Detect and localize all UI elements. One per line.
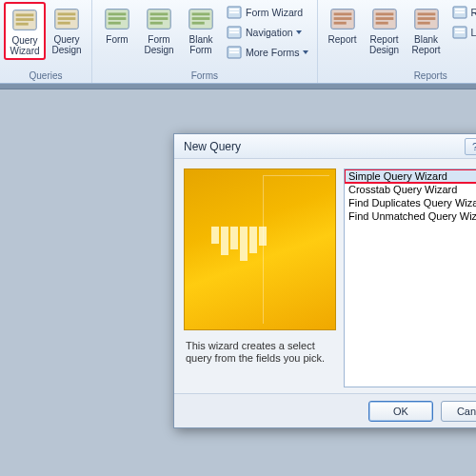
svg-rect-3 xyxy=(16,23,29,26)
svg-rect-46 xyxy=(455,31,465,33)
svg-rect-19 xyxy=(192,22,205,25)
dialog-titlebar: New Query ? ✕ xyxy=(174,134,476,159)
group-title: Forms xyxy=(96,69,313,82)
report-wizard-button[interactable]: Report Wizard xyxy=(447,2,476,22)
blank-report-button[interactable]: BlankReport xyxy=(406,2,447,58)
report-design-icon xyxy=(370,5,399,33)
svg-rect-39 xyxy=(417,17,435,20)
form-label: Form xyxy=(106,34,128,45)
navigation-label: Navigation xyxy=(246,27,293,38)
query-design-button[interactable]: QueryDesign xyxy=(46,2,88,58)
svg-rect-18 xyxy=(192,17,210,20)
report-button[interactable]: Report xyxy=(322,2,364,48)
form-design-label: FormDesign xyxy=(144,34,173,55)
svg-rect-11 xyxy=(109,22,121,25)
query-wizard-label: QueryWizard xyxy=(10,35,39,56)
svg-rect-28 xyxy=(229,51,239,53)
labels-icon xyxy=(452,25,467,40)
new-query-dialog: New Query ? ✕ This wizard creates a sele… xyxy=(173,133,476,428)
svg-rect-32 xyxy=(333,22,346,25)
report-wizard-label: Report Wizard xyxy=(471,7,476,18)
cancel-button[interactable]: Cancel xyxy=(441,401,476,422)
dropdown-caret-icon xyxy=(296,30,302,34)
form-design-icon xyxy=(145,5,173,33)
svg-rect-25 xyxy=(229,31,239,33)
svg-rect-7 xyxy=(58,22,70,25)
report-icon xyxy=(328,5,357,33)
svg-rect-15 xyxy=(150,22,163,25)
preview-column: This wizard creates a select query from … xyxy=(184,169,336,387)
svg-rect-36 xyxy=(375,22,387,25)
navigation-button[interactable]: Navigation xyxy=(222,22,313,42)
svg-rect-6 xyxy=(58,17,76,20)
svg-rect-31 xyxy=(333,17,351,20)
dialog-footer: OK Cancel xyxy=(174,393,476,427)
svg-rect-17 xyxy=(192,12,210,15)
report-design-label: ReportDesign xyxy=(369,34,399,55)
workspace-top-border xyxy=(0,84,476,89)
preview-image xyxy=(184,169,336,330)
blank-form-label: BlankForm xyxy=(188,34,212,55)
query-design-label: QueryDesign xyxy=(51,34,81,55)
form-wizard-icon xyxy=(227,5,242,20)
navigation-icon xyxy=(227,25,242,40)
more-forms-button[interactable]: More Forms xyxy=(222,42,313,62)
dialog-body: This wizard creates a select query from … xyxy=(174,159,476,393)
svg-rect-14 xyxy=(150,17,169,20)
ribbon-group-queries: QueryWizardQueryDesignQueries xyxy=(0,0,92,83)
form-wizard-label: Form Wizard xyxy=(246,7,303,18)
svg-rect-45 xyxy=(455,29,465,30)
svg-rect-43 xyxy=(455,11,465,13)
labels-button[interactable]: Labels xyxy=(447,22,476,42)
blank-report-label: BlankReport xyxy=(412,34,441,55)
report-design-button[interactable]: ReportDesign xyxy=(364,2,406,58)
blank-form-icon xyxy=(187,5,215,33)
svg-rect-5 xyxy=(58,12,76,15)
blank-form-button[interactable]: BlankForm xyxy=(180,2,222,58)
query-wizard-icon xyxy=(10,6,39,34)
wizard-list-item[interactable]: Simple Query Wizard xyxy=(345,169,476,183)
form-button[interactable]: Form xyxy=(96,2,138,48)
svg-rect-38 xyxy=(417,12,435,15)
labels-label: Labels xyxy=(471,27,476,38)
svg-rect-22 xyxy=(229,11,239,13)
group-title: Queries xyxy=(4,69,88,82)
svg-rect-27 xyxy=(229,49,239,50)
form-wizard-button[interactable]: Form Wizard xyxy=(222,2,313,22)
group-title: Reports xyxy=(322,69,476,82)
ribbon: QueryWizardQueryDesignQueriesFormFormDes… xyxy=(0,0,476,84)
svg-rect-24 xyxy=(229,29,239,30)
wizard-list[interactable]: Simple Query WizardCrosstab Query Wizard… xyxy=(344,169,476,387)
report-wizard-icon xyxy=(452,5,467,20)
ok-button[interactable]: OK xyxy=(368,401,433,422)
svg-rect-40 xyxy=(417,22,429,25)
dialog-help-button[interactable]: ? xyxy=(465,138,476,155)
more-forms-icon xyxy=(227,45,242,60)
svg-rect-9 xyxy=(109,12,127,15)
more-forms-label: More Forms xyxy=(246,47,300,58)
form-icon xyxy=(103,5,131,33)
dialog-title: New Query xyxy=(184,140,462,153)
report-label: Report xyxy=(328,34,357,45)
svg-rect-10 xyxy=(109,17,127,20)
blank-report-icon xyxy=(412,5,441,33)
form-design-button[interactable]: FormDesign xyxy=(138,2,180,58)
dropdown-caret-icon xyxy=(303,50,308,54)
svg-rect-1 xyxy=(16,13,34,16)
svg-rect-13 xyxy=(150,12,169,15)
query-design-icon xyxy=(52,5,81,33)
preview-description: This wizard creates a select query from … xyxy=(184,330,336,365)
wizard-list-item[interactable]: Find Unmatched Query Wizard xyxy=(345,209,476,223)
svg-rect-21 xyxy=(229,9,239,10)
svg-rect-42 xyxy=(455,9,465,10)
svg-rect-35 xyxy=(375,17,393,20)
svg-rect-34 xyxy=(375,12,393,15)
query-wizard-button[interactable]: QueryWizard xyxy=(4,2,46,60)
ribbon-group-forms: FormFormDesignBlankFormForm WizardNaviga… xyxy=(92,0,318,83)
svg-rect-2 xyxy=(16,18,34,21)
ribbon-group-reports: ReportReportDesignBlankReportReport Wiza… xyxy=(318,0,476,83)
wizard-list-item[interactable]: Find Duplicates Query Wizard xyxy=(345,196,476,209)
svg-rect-30 xyxy=(333,12,351,15)
wizard-list-item[interactable]: Crosstab Query Wizard xyxy=(345,183,476,196)
